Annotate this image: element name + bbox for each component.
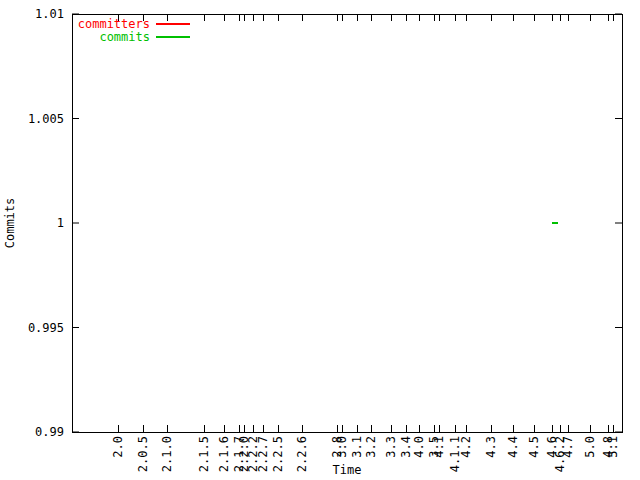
x-tick-label: 2.1.5 [198,436,210,472]
legend-label-commits: commits [58,31,150,43]
x-tick-label: 2.2.7 [257,436,269,472]
x-tick-label: 4.2 [460,436,472,458]
x-tick-label: 4.7 [562,436,574,458]
x-tick-label: 2.0 [112,436,124,458]
y-tick-label: 0.995 [0,322,64,334]
x-tick-label: 5.0 [584,436,596,458]
x-tick-label: 2.0.5 [137,436,149,472]
x-tick-label: 2.1.0 [161,436,173,472]
plot-border [73,15,623,433]
x-tick-label: 4.4 [507,436,519,458]
x-tick-label: 4.5 [528,436,540,458]
plot-area [0,0,640,480]
x-tick-label: 5.1 [607,436,619,458]
legend-line-commits [156,36,190,38]
x-tick-label: 3.1 [351,436,363,458]
y-tick-label: 1 [0,217,64,229]
y-tick-label: 1.005 [0,113,64,125]
legend-label-committers: committers [58,18,150,30]
x-tick-label: 4.3 [485,436,497,458]
x-tick-label: 3.4 [400,436,412,458]
x-tick-label: 2.2.5 [272,436,284,472]
legend-line-committers [156,23,190,25]
x-tick-label: 3.0 [336,436,348,458]
y-tick-label: 1.01 [0,8,64,20]
x-tick-label: 2.2.6 [296,436,308,472]
x-tick-label: 4.1 [433,436,445,458]
y-tick-label: 0.99 [0,426,64,438]
x-tick-label: 3.3 [385,436,397,458]
x-tick-label: 4.0 [413,436,425,458]
chart-canvas: Commits Time committers commits 1.011.00… [0,0,640,480]
x-tick-label: 2.1.6 [218,436,230,472]
x-tick-label: 3.2 [365,436,377,458]
